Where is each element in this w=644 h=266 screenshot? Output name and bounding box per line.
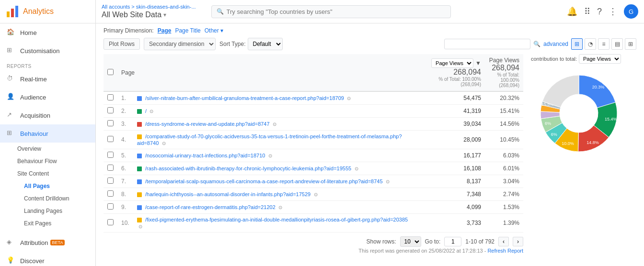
row-checkbox-cell[interactable]	[104, 162, 117, 175]
avatar[interactable]: G	[624, 4, 638, 19]
sidebar-item-exit-pages[interactable]: Exit Pages	[0, 217, 95, 230]
search-table-icon[interactable]: 🔍	[533, 41, 540, 47]
show-rows-select[interactable]: 10 25 50	[400, 236, 421, 247]
pie-segment[interactable]	[579, 75, 616, 108]
sidebar-item-discover[interactable]: 💡 Discover	[0, 252, 95, 266]
row-checkbox-cell[interactable]	[104, 214, 117, 233]
sidebar-item-overview[interactable]: Overview	[0, 143, 95, 155]
primary-dim-other[interactable]: Other ▾	[205, 27, 223, 34]
page-column-header[interactable]: Page	[117, 54, 414, 91]
page-link[interactable]: /	[145, 108, 147, 114]
page-link[interactable]: /harlequin-ichthyosis--an-autosomal-diso…	[145, 191, 310, 197]
row-checkbox[interactable]	[107, 219, 114, 225]
row-checkbox[interactable]	[107, 94, 114, 100]
app-title: Analytics	[23, 7, 54, 16]
sidebar-item-behaviour-flow[interactable]: Behaviour Flow	[0, 155, 95, 167]
row-checkbox-cell[interactable]	[104, 175, 117, 188]
row-checkbox-cell[interactable]	[104, 201, 117, 214]
bar-view-icon[interactable]: ▤	[611, 38, 623, 50]
page-link[interactable]: /silver-nitrate-burn-after-umbilical-gra…	[145, 95, 344, 101]
secondary-dimension-select[interactable]: Secondary dimension	[144, 38, 216, 50]
secondary-dimension-dropdown[interactable]: Secondary dimension	[144, 38, 215, 50]
primary-dim-page[interactable]: Page	[158, 27, 172, 34]
sidebar-item-label: Audience	[20, 94, 46, 101]
page-views-2-header[interactable]: Page Views 268,094 % of Total: 100.00%(2…	[485, 54, 523, 91]
row-checkbox-cell[interactable]	[104, 91, 117, 105]
grid-icon[interactable]: ⠿	[584, 6, 590, 17]
row-checkbox-cell[interactable]	[104, 105, 117, 118]
sidebar-item-behaviour[interactable]: ⊞ Behaviour	[0, 124, 95, 143]
goto-input[interactable]	[444, 237, 461, 246]
sidebar-item-landing-pages[interactable]: Landing Pages	[0, 205, 95, 217]
sidebar-item-content-drilldown[interactable]: Content Drilldown	[0, 192, 95, 205]
external-link-icon: ⊙	[150, 109, 153, 114]
pie-label: 20.3%	[592, 85, 605, 89]
checkbox-header[interactable]	[104, 54, 117, 91]
next-page-button[interactable]: ›	[513, 237, 523, 246]
refresh-report-link[interactable]: Refresh Report	[487, 248, 523, 254]
row-checkbox[interactable]	[107, 190, 114, 197]
page-link[interactable]: /rash-associated-with-ibrutinib-therapy-…	[145, 166, 351, 171]
row-checkbox[interactable]	[107, 107, 114, 113]
page-link[interactable]: /nosocomial-urinary-tract-infections.php…	[145, 153, 265, 158]
sidebar-item-audience[interactable]: 👤 Audience	[0, 88, 95, 106]
row-checkbox-cell[interactable]	[104, 149, 117, 162]
row-checkbox[interactable]	[107, 120, 114, 126]
external-link-icon: ⊙	[273, 122, 276, 127]
pageviews-column-header[interactable]: Page Views ▼ 268,094 % of Total: 100.00%…	[414, 54, 485, 91]
help-icon[interactable]: ?	[597, 7, 602, 17]
pivot-view-icon[interactable]: ⊞	[625, 38, 636, 50]
svg-rect-0	[7, 11, 10, 17]
logo-area: Analytics	[0, 0, 95, 23]
sidebar-item-acquisition[interactable]: ↗ Acquisition	[0, 106, 95, 124]
metric-selector[interactable]: Page Views	[431, 58, 473, 68]
page-link[interactable]: /case-report-of-rare-estrogen-dermatitis…	[145, 204, 276, 210]
select-all-checkbox[interactable]	[107, 69, 114, 75]
row-color-dot	[137, 205, 142, 210]
row-views: 16,177	[414, 149, 485, 162]
sidebar-item-all-pages[interactable]: All Pages	[0, 180, 95, 192]
more-icon[interactable]: ⋮	[609, 6, 617, 17]
pie-label: 15.4%	[605, 117, 617, 122]
sidebar-item-site-content[interactable]: Site Content	[0, 167, 95, 180]
row-checkbox[interactable]	[107, 203, 114, 210]
topbar-icons: 🔔 ⠿ ? ⋮ G	[567, 4, 638, 19]
table-search-input[interactable]	[444, 39, 530, 49]
row-checkbox-cell[interactable]	[104, 131, 117, 149]
primary-dim-page-title[interactable]: Page Title	[175, 27, 200, 34]
row-color-dot	[137, 154, 142, 158]
pie-chart: 20.3%15.4%14.8%10.0%6%6%15.5%	[531, 66, 627, 161]
grid-view-icon[interactable]: ⊞	[571, 38, 583, 50]
page-link[interactable]: /fixed-pigmented-erythema-fpesimulating-…	[145, 217, 408, 222]
pie-segment[interactable]	[542, 75, 579, 107]
bell-icon[interactable]: 🔔	[567, 6, 577, 17]
advanced-link[interactable]: advanced	[543, 41, 568, 47]
search-input[interactable]	[227, 8, 446, 15]
row-checkbox-cell[interactable]	[104, 118, 117, 131]
page-link[interactable]: /comparative-study-of-70-glycolic-acidve…	[137, 133, 402, 146]
audience-icon: 👤	[7, 93, 15, 101]
sidebar-item-attribution[interactable]: ◈ Attribution BETA	[0, 233, 95, 252]
plot-rows-button[interactable]: Plot Rows	[104, 38, 140, 50]
sort-type-dropdown[interactable]: Default	[248, 38, 283, 50]
property-selector[interactable]: All Web Site Data ▾	[102, 11, 196, 19]
row-checkbox[interactable]	[107, 136, 114, 142]
row-checkbox[interactable]	[107, 152, 114, 158]
behaviour-icon: ⊞	[7, 129, 15, 138]
breadcrumb[interactable]: All accounts > skin-diseases-and-skin-..…	[102, 4, 196, 10]
pie-view-icon[interactable]: ◔	[585, 38, 596, 50]
page-link[interactable]: /temporalparietal-scalp-squamous-cell-ca…	[145, 178, 383, 184]
sidebar-item-customisation[interactable]: ⊞ Customisation	[0, 42, 95, 60]
landing-pages-label: Landing Pages	[24, 208, 62, 214]
sidebar-item-home[interactable]: 🏠 Home	[0, 23, 95, 42]
sidebar-item-realtime[interactable]: ⏱ Real-time	[0, 70, 95, 88]
page-link[interactable]: /dress-syndrome-a-review-and-update.php?…	[145, 121, 270, 127]
prev-page-button[interactable]: ‹	[498, 237, 509, 246]
list-view-icon[interactable]: ≡	[598, 38, 610, 50]
row-checkbox-cell[interactable]	[104, 188, 117, 201]
external-link-icon: ⊙	[355, 166, 358, 171]
search-bar[interactable]: 🔍	[211, 5, 451, 18]
row-checkbox[interactable]	[107, 165, 114, 171]
row-checkbox[interactable]	[107, 177, 114, 184]
chart-metric-select[interactable]: Page Views	[579, 54, 621, 64]
